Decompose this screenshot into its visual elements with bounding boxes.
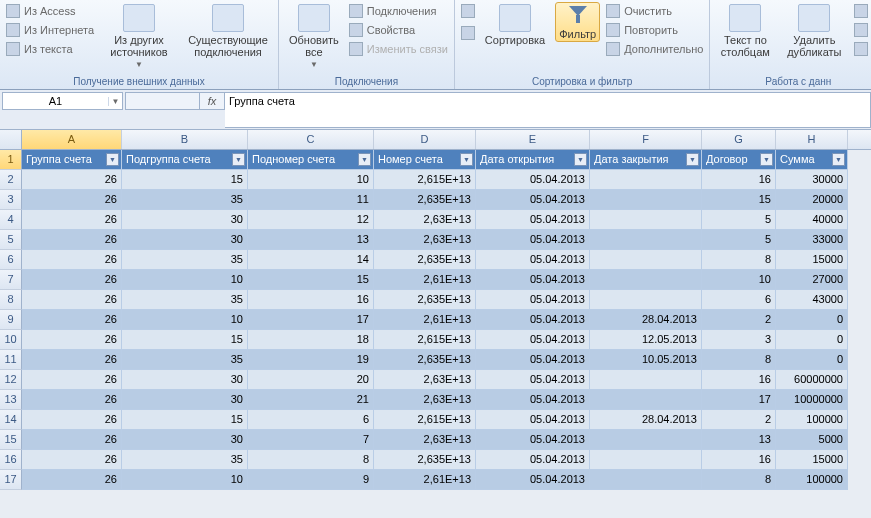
cell[interactable]: 35 [122,450,248,470]
row-header[interactable]: 2 [0,170,22,190]
cell[interactable]: 2,63E+13 [374,210,476,230]
column-header-C[interactable]: C [248,130,374,149]
cell[interactable] [590,290,702,310]
cell[interactable]: 26 [22,330,122,350]
cell[interactable]: 26 [22,270,122,290]
table-header-cell[interactable]: Номер счета▼ [374,150,476,170]
cell[interactable]: 16 [702,370,776,390]
cell[interactable]: 15 [248,270,374,290]
cell[interactable] [590,470,702,490]
cell[interactable]: 05.04.2013 [476,470,590,490]
cell[interactable]: 14 [248,250,374,270]
cell[interactable]: 2,61E+13 [374,310,476,330]
cell[interactable]: 19 [248,350,374,370]
filter-button[interactable]: Фильтр [555,2,600,42]
cell[interactable]: 05.04.2013 [476,390,590,410]
cell[interactable]: 28.04.2013 [590,410,702,430]
cell[interactable]: 05.04.2013 [476,430,590,450]
cell[interactable]: 33000 [776,230,848,250]
column-header-B[interactable]: B [122,130,248,149]
cell[interactable]: 0 [776,330,848,350]
cell[interactable]: 2,615E+13 [374,410,476,430]
cell[interactable]: 0 [776,350,848,370]
properties-button[interactable]: Свойства [349,21,448,39]
cell[interactable]: 2,63E+13 [374,370,476,390]
cell[interactable]: 21 [248,390,374,410]
cell[interactable]: 20000 [776,190,848,210]
cell[interactable]: 5000 [776,430,848,450]
cell[interactable]: 35 [122,350,248,370]
cell[interactable]: 26 [22,390,122,410]
table-header-cell[interactable]: Сумма▼ [776,150,848,170]
cell[interactable]: 26 [22,310,122,330]
cell[interactable]: 2,61E+13 [374,470,476,490]
cell[interactable]: 10 [702,270,776,290]
cell[interactable]: 17 [702,390,776,410]
from-access-button[interactable]: Из Access [6,2,94,20]
filter-dropdown-button[interactable]: ▼ [574,153,587,166]
cell[interactable]: 5 [702,210,776,230]
cell[interactable] [590,450,702,470]
cell[interactable]: 30 [122,390,248,410]
cell[interactable] [590,250,702,270]
filter-dropdown-button[interactable]: ▼ [760,153,773,166]
filter-dropdown-button[interactable]: ▼ [358,153,371,166]
cell[interactable]: 30 [122,210,248,230]
row-header[interactable]: 1 [0,150,22,170]
cell[interactable] [590,390,702,410]
advanced-filter-button[interactable]: Дополнительно [606,40,703,58]
row-header[interactable]: 14 [0,410,22,430]
cell[interactable] [590,190,702,210]
remove-duplicates-button[interactable]: Удалить дубликаты [780,2,848,60]
data-validation-button[interactable]: П [854,2,871,20]
cell[interactable]: 35 [122,190,248,210]
cell[interactable]: 05.04.2013 [476,310,590,330]
row-header[interactable]: 8 [0,290,22,310]
filter-dropdown-button[interactable]: ▼ [106,153,119,166]
cell[interactable]: 8 [702,350,776,370]
table-header-cell[interactable]: Подгруппа счета▼ [122,150,248,170]
filter-dropdown-button[interactable]: ▼ [232,153,245,166]
fx-button[interactable]: fx [199,92,225,110]
from-text-button[interactable]: Из текста [6,40,94,58]
cell[interactable]: 26 [22,450,122,470]
cell[interactable]: 2,635E+13 [374,450,476,470]
filter-dropdown-button[interactable]: ▼ [460,153,473,166]
row-header[interactable]: 16 [0,450,22,470]
column-header-G[interactable]: G [702,130,776,149]
formula-input[interactable]: Группа счета [225,92,871,128]
cell[interactable]: 7 [248,430,374,450]
cell[interactable]: 8 [702,250,776,270]
cell[interactable]: 2,635E+13 [374,290,476,310]
cell[interactable]: 8 [702,470,776,490]
cell[interactable]: 15000 [776,450,848,470]
cell[interactable]: 05.04.2013 [476,450,590,470]
cell[interactable]: 10 [122,270,248,290]
cell[interactable] [590,230,702,250]
cell[interactable]: 2,63E+13 [374,430,476,450]
column-header-F[interactable]: F [590,130,702,149]
from-web-button[interactable]: Из Интернета [6,21,94,39]
cell[interactable]: 12 [248,210,374,230]
cell[interactable]: 2 [702,310,776,330]
cell[interactable]: 26 [22,190,122,210]
table-header-cell[interactable]: Договор▼ [702,150,776,170]
cell[interactable]: 26 [22,210,122,230]
cell[interactable]: 05.04.2013 [476,350,590,370]
column-header-D[interactable]: D [374,130,476,149]
cell[interactable]: 30 [122,230,248,250]
sort-desc-button[interactable] [461,24,475,42]
cell[interactable]: 26 [22,470,122,490]
row-header[interactable]: 11 [0,350,22,370]
cell[interactable]: 28.04.2013 [590,310,702,330]
cell[interactable]: 26 [22,410,122,430]
cell[interactable]: 26 [22,430,122,450]
row-header[interactable]: 13 [0,390,22,410]
cell[interactable]: 2,63E+13 [374,390,476,410]
cell[interactable]: 11 [248,190,374,210]
cell[interactable]: 2,635E+13 [374,250,476,270]
refresh-all-button[interactable]: Обновить все▼ [285,2,343,71]
connections-button[interactable]: Подключения [349,2,448,20]
cell[interactable]: 8 [248,450,374,470]
cell[interactable]: 100000 [776,470,848,490]
